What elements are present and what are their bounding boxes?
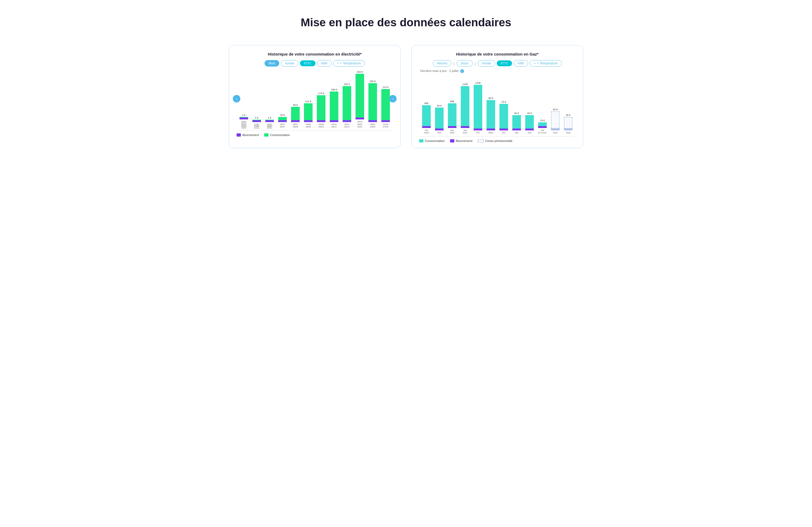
electricity-chart-title: Historique de votre consommation en élec… [236,52,393,56]
gas-bar-date-label: Jan 2021 [463,129,467,134]
filter-annee-button[interactable]: Année [281,60,298,66]
bar-stack [366,83,379,122]
gas-bar-stack [433,108,446,131]
electricity-bar-group: 99 €29/07 28/08 [289,75,302,128]
gas-bar-date-label: Fev [476,132,480,134]
bar-consommation [381,89,390,120]
gas-filter-kwh-button[interactable]: kWh [514,60,528,66]
gas-bar-abonnement [474,129,482,131]
gas-bar-date-label: Juin [528,132,532,134]
gas-filter-heures-button[interactable]: Heures [433,60,451,66]
gas-bar-date-label: Août [553,132,557,134]
bar-date-label: 29/12 28/01 2021 [357,120,362,128]
last-update-label: Dernière mise à jour : 2 juillet ? [420,69,576,73]
gas-bar-date-label: Juil En cours [538,129,547,134]
gas-bar-consommation [461,86,469,126]
electricity-bar-group: 294 €29/12 28/01 2021 [354,75,366,128]
gas-bar-abonnement [448,126,456,128]
gas-bar-consommation [435,108,444,129]
gas-bar-group: 80 €Mars [485,80,497,134]
gas-chart-area: 60€Oct 202060 €Nov65€Dec 2020110€Jan 202… [419,75,576,134]
gas-chart-title: Historique de votre consommation en Gaz* [419,52,576,56]
electricity-bar-group: 1 €18/07 18/07 [263,75,276,128]
bar-date-label: 29/11 28/12 [344,123,350,128]
bar-abonnement [291,120,300,122]
gas-filter-temp-button[interactable]: + + Température [530,60,562,66]
bar-value-label: 294 € [357,71,363,73]
bar-abonnement [265,120,274,122]
filter-mois-button[interactable]: Mois [264,60,279,66]
gas-bar-value-label: 110€ [462,83,468,86]
bar-value-label: 33 € [280,114,285,117]
bar-stack [289,107,302,122]
bar-abonnement [317,120,325,122]
bar-date-label: 01/03 27/03 [383,123,388,128]
gas-bar-abonnement [422,126,431,128]
gas-bar-value-label: 15 € [540,119,545,122]
gas-bar-value-label: 80 € [489,97,493,100]
legend-abonnement: Abonnement [236,133,259,137]
gas-filter-annee-button[interactable]: Année [478,60,495,66]
legend-consommation: Consommation [264,133,290,137]
gas-consommation-swatch [419,139,423,142]
bar-stack [341,86,353,122]
gas-bar-group: 60€Oct 2020 [420,80,433,134]
bar-abonnement [356,118,364,119]
gas-bar-group: 70 €Avr [497,80,510,134]
gas-bar-abonnement [461,126,469,128]
gas-bar-consommation [448,103,456,126]
filter-kwh-button[interactable]: kWh [317,60,332,66]
electricity-bar-group: 5 €17/07 17/07 [250,75,263,128]
bar-stack [379,89,392,122]
bar-abonnement [278,120,287,122]
gas-bar-abonnement [551,129,560,131]
bar-abonnement [343,120,351,122]
bar-value-label: 121 € [305,100,311,103]
gas-bar-stack [510,115,523,131]
electricity-bar-group: 33 €19/07 28/07 [276,75,289,128]
gas-bar-stack [459,86,471,128]
info-icon: ? [460,69,464,73]
filter-euro-button[interactable]: €TTC [300,60,316,66]
bar-stack [276,117,289,122]
gas-bar-date-label: Oct 2020 [424,129,429,134]
electricity-bars-wrapper: 1 €16/07 16/07 20205 €17/07 17/071 €18/0… [236,69,393,128]
chart-nav-right-button[interactable]: › [389,95,396,103]
bar-abonnement [381,120,390,122]
bar-abonnement [330,120,338,122]
bar-stack [302,103,315,122]
gas-bar-value-label: 60 € [437,104,442,107]
filter-temp-button[interactable]: + + Température [333,60,365,66]
gas-legend-conso-prev: Conso prévisionnelle [478,139,512,142]
gas-bar-group: 40 €Mai [510,80,523,134]
electricity-chart-card: Historique de votre consommation en élec… [229,45,401,148]
plus-icon: + [337,61,339,65]
bar-value-label: 1 € [268,117,272,119]
page-title: Mise en place des données calendaires [301,16,511,29]
bar-consommation [291,107,300,120]
bar-date-label: 29/09 28/10 [318,123,324,128]
gas-bar-value-label: 35 € [566,114,570,117]
gas-legend-abonnement: Abonnement [450,139,472,142]
bar-stack [263,120,276,122]
gas-bar-group: 50 €Août [549,80,562,134]
gas-bar-stack [523,115,536,131]
filter-sep-2: | [474,61,476,65]
gas-bar-stack [497,104,510,131]
bar-value-label: 173 € [318,92,324,95]
gas-filter-jours-button[interactable]: Jours [456,60,472,66]
gas-bar-value-label: 70 € [501,101,506,103]
bar-consommation [343,86,351,120]
chart-nav-left-button[interactable]: ‹ [233,95,240,103]
bar-date-label: 18/07 18/07 [267,123,272,128]
bar-consommation [356,74,364,118]
bar-stack [328,91,340,122]
gas-bar-value-label: 40 € [514,112,519,115]
bar-stack [315,95,327,122]
bar-stack [250,120,263,122]
gas-chart-card: Historique de votre consommation en Gaz*… [411,45,583,148]
gas-bar-consommation [499,104,508,129]
gas-bar-value-label: 40 € [527,112,532,115]
gas-filter-euro-button[interactable]: €TTC [497,60,512,66]
bar-consommation [317,95,325,120]
